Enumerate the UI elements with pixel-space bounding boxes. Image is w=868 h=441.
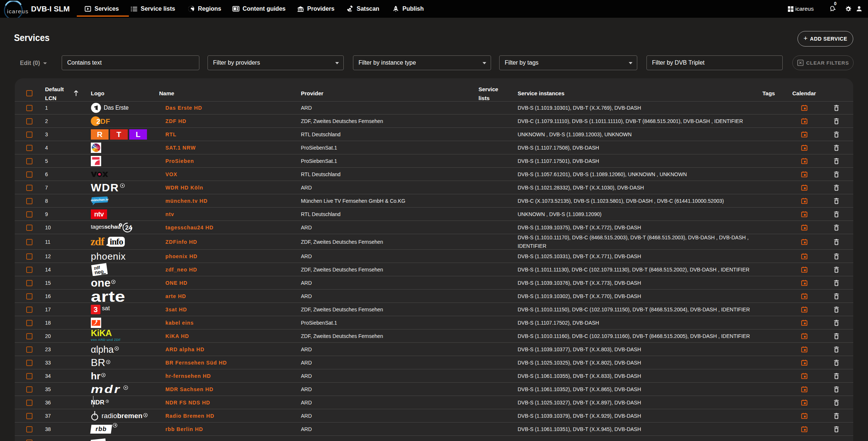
svg-text:tagesschau: tagesschau (91, 223, 121, 230)
svg-text:24: 24 (125, 224, 132, 231)
svg-text:zdf: zdf (91, 237, 105, 247)
svg-text:2DF: 2DF (96, 117, 110, 125)
svg-text:info: info (110, 237, 123, 246)
